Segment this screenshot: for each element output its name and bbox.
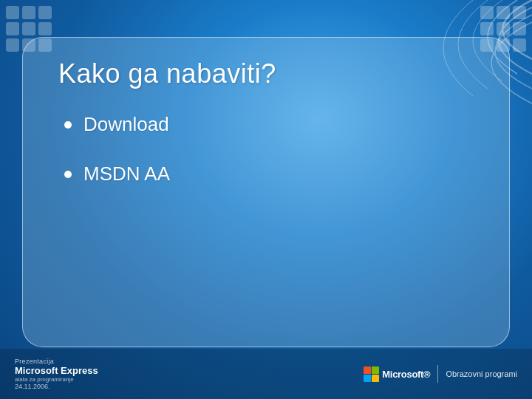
footer-brand: Microsoft Express <box>15 365 98 376</box>
microsoft-logo: Microsoft® <box>364 366 430 382</box>
bullet-text-2: MSDN AA <box>83 163 170 185</box>
bullet-dot-2 <box>64 171 72 178</box>
ms-sq-yellow <box>372 375 379 382</box>
ms-sq-green <box>372 366 379 374</box>
footer-right-label: Obrazovni programi <box>446 369 517 378</box>
ms-logo-grid <box>364 366 379 382</box>
footer: Prezentacija Microsoft Express alata za … <box>0 349 532 399</box>
footer-sub: alata za programiranje <box>15 376 98 383</box>
footer-right: Microsoft® Obrazovni programi <box>364 365 517 383</box>
bullet-dot-1 <box>64 121 72 129</box>
footer-label: Prezentacija <box>15 358 98 365</box>
footer-left: Prezentacija Microsoft Express alata za … <box>15 358 98 390</box>
footer-divider <box>437 365 438 383</box>
bullet-item-2: MSDN AA <box>58 163 474 185</box>
ms-sq-blue <box>364 375 371 382</box>
ms-sq-red <box>364 366 371 374</box>
footer-date: 24.11.2006. <box>15 383 98 390</box>
slide-card: Kako ga nabaviti? Download MSDN AA <box>22 37 510 347</box>
bullet-item-1: Download <box>58 113 474 136</box>
slide-title: Kako ga nabaviti? <box>58 58 474 89</box>
microsoft-text: Microsoft® <box>382 369 430 380</box>
bullet-text-1: Download <box>83 113 169 136</box>
